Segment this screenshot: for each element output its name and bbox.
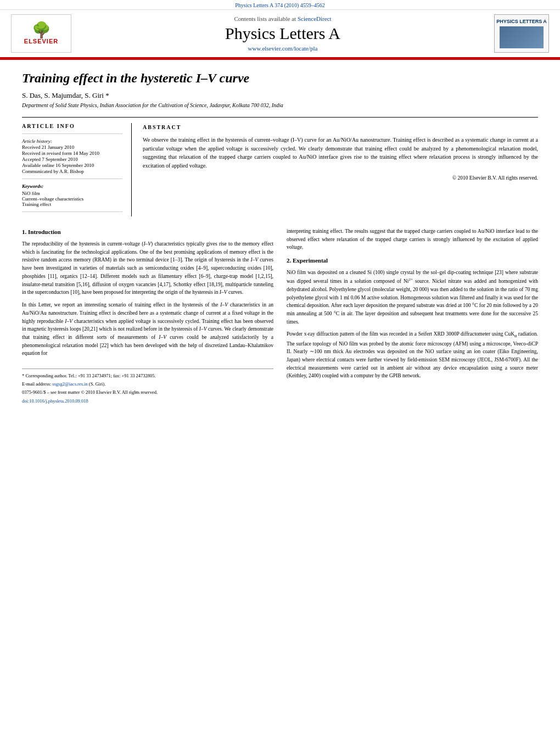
affiliation-line: Department of Solid State Physics, India… xyxy=(22,102,538,108)
footnote-corresponding: * Corresponding author. Tel.: +91 33 247… xyxy=(22,372,273,380)
elsevier-text: ELSEVIER xyxy=(24,38,58,44)
accepted-date: Accepted 7 September 2010 xyxy=(22,157,122,162)
doi-text[interactable]: doi:10.1016/j.physleta.2010.09.018 xyxy=(22,398,88,404)
info-divider xyxy=(22,133,122,134)
experimental-para-1: NiO film was deposited on a cleaned Si (… xyxy=(287,269,538,326)
received-date: Received 21 January 2010 xyxy=(22,144,122,150)
info-abstract-section: ARTICLE INFO Article history: Received 2… xyxy=(22,117,538,216)
copyright-line: © 2010 Elsevier B.V. All rights reserved… xyxy=(143,174,538,182)
affiliation-text: Department of Solid State Physics, India… xyxy=(22,102,283,108)
footnote-section: * Corresponding author. Tel.: +91 33 247… xyxy=(22,369,273,405)
section2-title: 2. Experimental xyxy=(287,256,538,265)
journal-page: Physics Letters A 374 (2010) 4559–4562 🌳… xyxy=(0,0,560,742)
email-person: (S. Giri). xyxy=(88,381,106,387)
elsevier-logo: 🌳 ELSEVIER xyxy=(11,14,71,53)
communicated-by: Communicated by A.R. Bishop xyxy=(22,169,122,174)
contents-prefix: Contents lists available at xyxy=(234,15,296,22)
authors-text: S. Das, S. Majumdar, S. Giri * xyxy=(22,91,109,99)
section1-title-text: 1. Introduction xyxy=(22,228,61,235)
history-label: Article history: xyxy=(22,138,122,144)
header-main: 🌳 ELSEVIER Contents lists available at S… xyxy=(0,10,560,57)
email-label: E-mail address: xyxy=(22,381,52,387)
keywords-label: Keywords: xyxy=(22,183,122,189)
journal-url[interactable]: www.elsevier.com/locate/pla xyxy=(77,45,489,52)
section1-title: 1. Introduction xyxy=(22,227,273,237)
article-history-group: Article history: Received 21 January 201… xyxy=(22,138,122,174)
authors-line: S. Das, S. Majumdar, S. Giri * xyxy=(22,91,538,100)
journal-url-text: www.elsevier.com/locate/pla xyxy=(248,45,318,52)
keywords-group: Keywords: NiO film Current–voltage chara… xyxy=(22,183,122,207)
abstract-text: We observe the training effect in the hy… xyxy=(143,136,538,170)
journal-header: Physics Letters A 374 (2010) 4559–4562 🌳… xyxy=(0,0,560,58)
journal-title: Physics Letters A xyxy=(77,24,489,43)
keywords-divider xyxy=(22,178,122,179)
keyword-1: NiO film xyxy=(22,191,122,196)
citation-text: Physics Letters A 374 (2010) 4559–4562 xyxy=(235,2,325,8)
footnote-issn: 0375-9601/$ – see front matter © 2010 El… xyxy=(22,389,273,396)
header-center: Contents lists available at ScienceDirec… xyxy=(77,15,489,52)
title-text: Training effect in the hysteretic I–V cu… xyxy=(22,71,249,85)
body-columns: 1. Introduction The reproducibility of t… xyxy=(22,227,538,406)
journal-logo-right: PHYSICS LETTERS A xyxy=(494,14,549,53)
intro-para-2: In this Letter, we report an interesting… xyxy=(22,301,273,358)
abstract-column: ABSTRACT We observe the training effect … xyxy=(143,123,538,216)
article-info-heading: ARTICLE INFO xyxy=(22,123,122,129)
right-intro-text: interpreting training effect. The result… xyxy=(287,227,538,252)
footnote-doi: doi:10.1016/j.physleta.2010.09.018 xyxy=(22,398,273,405)
contents-line: Contents lists available at ScienceDirec… xyxy=(77,15,489,22)
article-title: Training effect in the hysteretic I–V cu… xyxy=(22,71,538,86)
pl-logo-text: PHYSICS LETTERS A xyxy=(496,19,547,24)
journal-citation-bar: Physics Letters A 374 (2010) 4559–4562 xyxy=(0,0,560,10)
article-content: Training effect in the hysteretic I–V cu… xyxy=(0,60,560,417)
sciencedirect-link[interactable]: ScienceDirect xyxy=(298,15,332,22)
right-column: interpreting training effect. The result… xyxy=(287,227,538,406)
elsevier-tree-icon: 🌳 xyxy=(32,23,51,38)
available-date: Available online 16 September 2010 xyxy=(22,163,122,168)
intro-para-1: The reproducibility of the hysteresis in… xyxy=(22,240,273,297)
experimental-para-2: Powder x-ray diffraction pattern of the … xyxy=(287,330,538,380)
article-info-column: ARTICLE INFO Article history: Received 2… xyxy=(22,123,132,216)
email-link[interactable]: ssgsg2@iacs.res.in xyxy=(52,381,88,387)
keyword-3: Training effect xyxy=(22,202,122,207)
left-column: 1. Introduction The reproducibility of t… xyxy=(22,227,273,406)
footnote-email: E-mail address: ssgsg2@iacs.res.in (S. G… xyxy=(22,381,273,388)
revised-date: Received in revised form 14 May 2010 xyxy=(22,150,122,156)
abstract-heading: ABSTRACT xyxy=(143,123,538,131)
section2-title-text: 2. Experimental xyxy=(287,257,328,264)
info-bottom-divider xyxy=(22,211,122,212)
keyword-2: Current–voltage characteristics xyxy=(22,196,122,202)
